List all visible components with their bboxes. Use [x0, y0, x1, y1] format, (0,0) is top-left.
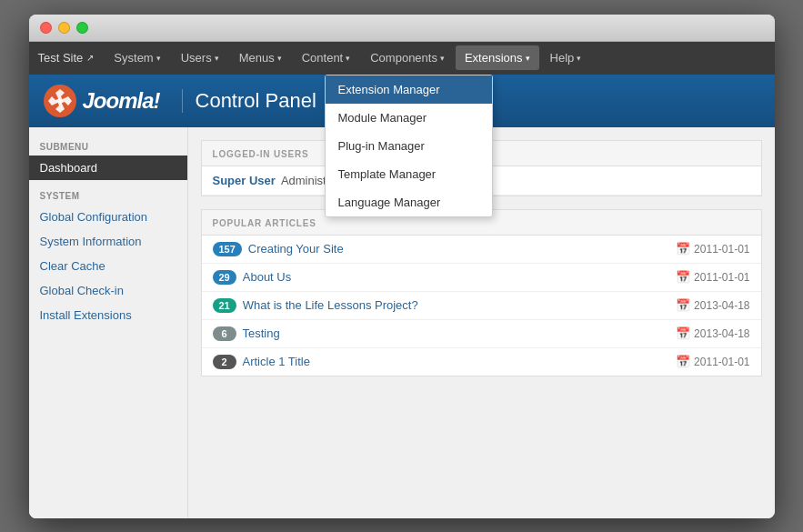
article-left-1: 29 About Us [213, 270, 292, 285]
sidebar-item-global-configuration[interactable]: Global Configuration [29, 205, 187, 229]
article-badge-0: 157 [213, 242, 242, 256]
submenu-section-label: SUBMENU [29, 138, 187, 156]
date-text-0: 2011-01-01 [694, 243, 749, 256]
dropdown-item-language-manager[interactable]: Language Manager [326, 188, 492, 216]
article-left-4: 2 Article 1 Title [213, 355, 310, 369]
article-badge-1: 29 [213, 270, 236, 285]
date-text-4: 2011-01-01 [694, 356, 749, 368]
chevron-down-icon: ▾ [577, 54, 581, 63]
article-link-1[interactable]: About Us [243, 270, 291, 284]
extensions-dropdown-menu: Extension Manager Module Manager Plug-in… [325, 75, 493, 217]
article-date-4: 📅 2011-01-01 [676, 355, 749, 368]
sidebar-item-dashboard[interactable]: Dashboard [29, 156, 187, 180]
article-left-0: 157 Creating Your Site [213, 242, 344, 256]
popular-articles-body: 157 Creating Your Site 📅 2011-01-01 29 [202, 236, 761, 376]
article-link-4[interactable]: Article 1 Title [243, 355, 310, 368]
sidebar-item-system-information[interactable]: System Information [29, 229, 187, 254]
dropdown-item-module-manager[interactable]: Module Manager [326, 104, 492, 132]
minimize-button[interactable] [58, 22, 70, 34]
table-row: 157 Creating Your Site 📅 2011-01-01 [202, 236, 761, 264]
user-link[interactable]: Super User [213, 174, 276, 187]
articles-list: 157 Creating Your Site 📅 2011-01-01 29 [202, 236, 761, 376]
sidebar-item-install-extensions[interactable]: Install Extensions [29, 303, 187, 327]
article-left-2: 21 What is the Life Lessons Project? [213, 298, 418, 313]
article-date-1: 📅 2011-01-01 [676, 270, 749, 284]
date-text-3: 2013-04-18 [694, 327, 749, 340]
popular-articles-section-label: POPULAR ARTICLES [213, 218, 316, 232]
nav-menus[interactable]: Menus ▾ [230, 45, 291, 70]
table-row: 2 Article 1 Title 📅 2011-01-01 [202, 348, 761, 376]
nav-system[interactable]: System ▾ [105, 45, 169, 70]
sidebar: SUBMENU Dashboard SYSTEM Global Configur… [29, 127, 188, 518]
calendar-icon: 📅 [676, 355, 690, 368]
chevron-down-icon: ▾ [215, 54, 219, 63]
chevron-down-icon: ▾ [440, 54, 445, 63]
nav-content[interactable]: Content ▾ [293, 45, 360, 70]
external-link-icon: ↗ [86, 53, 94, 63]
joomla-brand-text: Joomla! [83, 88, 160, 114]
article-date-2: 📅 2013-04-18 [676, 298, 749, 312]
joomla-logo: Joomla! [43, 84, 160, 118]
calendar-icon: 📅 [676, 326, 690, 340]
nav-extensions[interactable]: Extensions ▾ [456, 45, 539, 70]
article-badge-2: 21 [213, 298, 236, 313]
table-row: 29 About Us 📅 2011-01-01 [202, 264, 761, 292]
dropdown-item-template-manager[interactable]: Template Manager [326, 160, 492, 188]
nav-help[interactable]: Help ▾ [541, 45, 591, 70]
sidebar-item-clear-cache[interactable]: Clear Cache [29, 254, 187, 278]
date-text-2: 2013-04-18 [694, 299, 749, 312]
chevron-down-icon: ▾ [277, 54, 282, 63]
nav-components[interactable]: Components ▾ [361, 45, 454, 70]
calendar-icon: 📅 [676, 270, 690, 284]
site-title[interactable]: Test Site ↗ [38, 51, 95, 65]
chevron-down-icon: ▾ [526, 54, 530, 63]
maximize-button[interactable] [76, 22, 88, 34]
calendar-icon: 📅 [676, 242, 690, 256]
page-title: Control Panel [182, 89, 316, 113]
close-button[interactable] [40, 22, 52, 34]
article-badge-4: 2 [213, 355, 236, 369]
table-row: 21 What is the Life Lessons Project? 📅 2… [202, 292, 761, 320]
article-badge-3: 6 [213, 326, 236, 341]
calendar-icon: 📅 [676, 298, 690, 312]
system-section-label: SYSTEM [29, 187, 187, 205]
sidebar-item-global-check-in[interactable]: Global Check-in [29, 278, 187, 303]
chevron-down-icon: ▾ [156, 54, 161, 63]
nav-users[interactable]: Users ▾ [172, 45, 228, 70]
chevron-down-icon: ▾ [346, 54, 350, 63]
joomla-icon [43, 84, 77, 118]
article-left-3: 6 Testing [213, 326, 280, 341]
article-date-3: 📅 2013-04-18 [676, 326, 749, 340]
title-bar [29, 15, 775, 42]
nav-and-dropdown-container: Test Site ↗ System ▾ Users ▾ Menus ▾ Con… [29, 42, 775, 75]
article-link-3[interactable]: Testing [243, 326, 280, 340]
dropdown-item-extension-manager[interactable]: Extension Manager [326, 75, 492, 104]
site-name-label: Test Site [38, 51, 84, 65]
nav-bar: Test Site ↗ System ▾ Users ▾ Menus ▾ Con… [29, 42, 775, 75]
date-text-1: 2011-01-01 [694, 271, 749, 284]
table-row: 6 Testing 📅 2013-04-18 [202, 320, 761, 348]
logged-in-section-label: LOGGED-IN USERS [213, 149, 309, 163]
article-link-2[interactable]: What is the Life Lessons Project? [243, 298, 418, 312]
article-link-0[interactable]: Creating Your Site [248, 242, 344, 256]
dropdown-item-plugin-manager[interactable]: Plug-in Manager [326, 132, 492, 160]
article-date-0: 📅 2011-01-01 [676, 242, 749, 256]
browser-window: Test Site ↗ System ▾ Users ▾ Menus ▾ Con… [29, 15, 775, 518]
popular-articles-panel: POPULAR ARTICLES 157 Creating Your Site … [201, 209, 762, 376]
